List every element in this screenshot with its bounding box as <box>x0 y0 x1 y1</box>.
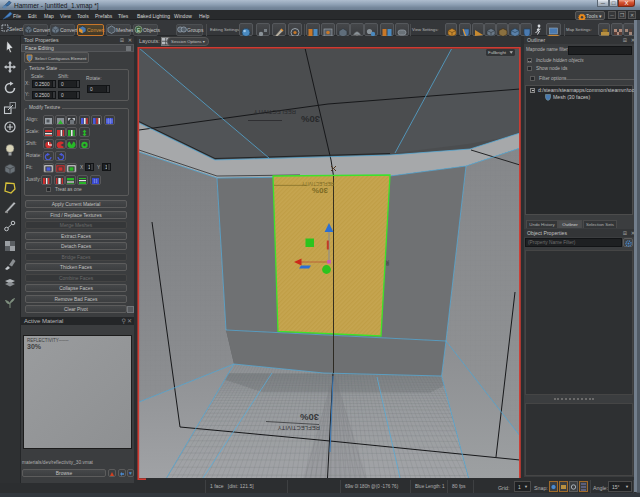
svg-text:Fullbright: Fullbright <box>488 50 507 55</box>
svg-text:180: 180 <box>385 260 389 266</box>
svg-text:30%: 30% <box>312 186 328 195</box>
svg-text:REFLECTIVITY: REFLECTIVITY <box>278 425 320 431</box>
svg-text:E: E <box>137 26 141 32</box>
svg-text:REFLECTIVITY: REFLECTIVITY <box>254 109 296 115</box>
svg-text:30%: 30% <box>300 114 320 125</box>
svg-text:REFLECTIVITY: REFLECTIVITY <box>302 181 334 186</box>
svg-text:30%: 30% <box>299 412 319 423</box>
